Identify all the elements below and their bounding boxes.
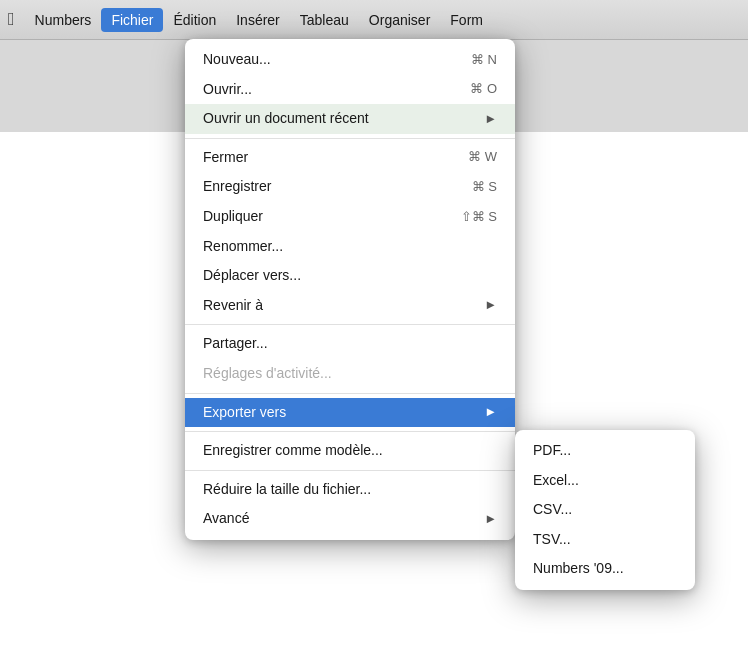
menu-bar-inserer[interactable]: Insérer xyxy=(226,8,290,32)
menu-item-revenir[interactable]: Revenir à ► xyxy=(185,291,515,321)
submenu-item-pdf[interactable]: PDF... xyxy=(515,436,695,466)
submenu-item-tsv[interactable]: TSV... xyxy=(515,525,695,555)
fichier-dropdown-menu: Nouveau... ⌘ N Ouvrir... ⌘ O Ouvrir un d… xyxy=(185,39,515,540)
menu-bar-numbers[interactable]: Numbers xyxy=(25,8,102,32)
separator-1 xyxy=(185,138,515,139)
separator-5 xyxy=(185,470,515,471)
menu-item-avance[interactable]: Avancé ► xyxy=(185,504,515,534)
menu-item-exporter[interactable]: Exporter vers ► xyxy=(185,398,515,428)
menu-item-dupliquer[interactable]: Dupliquer ⇧⌘ S xyxy=(185,202,515,232)
exporter-submenu: PDF... Excel... CSV... TSV... Numbers '0… xyxy=(515,430,695,590)
menu-bar-tableau[interactable]: Tableau xyxy=(290,8,359,32)
menu-item-nouveau[interactable]: Nouveau... ⌘ N xyxy=(185,45,515,75)
menu-bar-edition[interactable]: Édition xyxy=(163,8,226,32)
separator-4 xyxy=(185,431,515,432)
menu-item-reduire[interactable]: Réduire la taille du fichier... xyxy=(185,475,515,505)
revenir-arrow: ► xyxy=(484,296,497,314)
menu-item-renommer[interactable]: Renommer... xyxy=(185,232,515,262)
ouvrir-recent-arrow: ► xyxy=(484,110,497,128)
separator-2 xyxy=(185,324,515,325)
apple-menu-icon[interactable]:  xyxy=(8,9,15,30)
submenu-item-csv[interactable]: CSV... xyxy=(515,495,695,525)
submenu-item-numbers09[interactable]: Numbers '09... xyxy=(515,554,695,584)
separator-3 xyxy=(185,393,515,394)
avance-arrow: ► xyxy=(484,510,497,528)
menu-item-fermer[interactable]: Fermer ⌘ W xyxy=(185,143,515,173)
menu-item-modele[interactable]: Enregistrer comme modèle... xyxy=(185,436,515,466)
menu-item-ouvrir-recent[interactable]: Ouvrir un document récent ► xyxy=(185,104,515,134)
menu-bar-fichier[interactable]: Fichier xyxy=(101,8,163,32)
menu-item-ouvrir[interactable]: Ouvrir... ⌘ O xyxy=(185,75,515,105)
menu-item-enregistrer[interactable]: Enregistrer ⌘ S xyxy=(185,172,515,202)
menu-bar-form[interactable]: Form xyxy=(440,8,493,32)
submenu-item-excel[interactable]: Excel... xyxy=(515,466,695,496)
menu-item-deplacer[interactable]: Déplacer vers... xyxy=(185,261,515,291)
menu-item-reglages: Réglages d'activité... xyxy=(185,359,515,389)
menu-item-partager[interactable]: Partager... xyxy=(185,329,515,359)
menu-bar-organiser[interactable]: Organiser xyxy=(359,8,440,32)
menu-bar:  Numbers Fichier Édition Insérer Tablea… xyxy=(0,0,748,40)
exporter-arrow: ► xyxy=(484,403,497,421)
